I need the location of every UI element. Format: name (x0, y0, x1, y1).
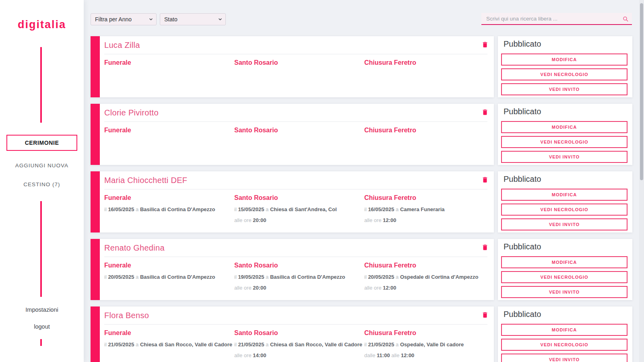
decorative-line (40, 201, 42, 297)
year-filter: Filtra per Anno (91, 13, 157, 25)
event-detail-line: il 19/05/2025 a Basilica di Cortina D'Am… (234, 274, 364, 280)
event-title: Chiusura Feretro (364, 126, 489, 134)
event-column: Chiusura Feretroil 20/05/2025 a Ospedale… (364, 261, 489, 291)
status-label: Pubblicato (504, 39, 541, 49)
ceremony-row: Renato Ghedina Funeraleil 20/05/2025 a B… (91, 239, 632, 300)
status-panel: Pubblicato MODIFICAVEDI NECROLOGIOVEDI I… (498, 104, 632, 165)
card-divider (104, 121, 487, 122)
event-columns: FuneraleSanto RosarioChiusura Feretro (104, 126, 490, 134)
vedi-necrologio-button[interactable]: VEDI NECROLOGIO (501, 68, 627, 80)
event-detail-line: il 21/05/2025 a Chiesa di San Rocco, Val… (234, 341, 364, 348)
event-columns: Funeraleil 20/05/2025 a Basilica di Cort… (104, 261, 490, 291)
delete-button[interactable] (481, 109, 489, 117)
event-title: Santo Rosario (234, 261, 364, 269)
event-columns: Funeraleil 21/05/2025 a Chiesa di San Ro… (104, 329, 490, 359)
sidebar-item-cerimonie[interactable]: CERIMONIE (6, 135, 77, 151)
deceased-name: Flora Benso (104, 311, 149, 320)
sidebar: digitalia CERIMONIE AGGIUNGI NUOVA CESTI… (0, 0, 84, 362)
status-filter: Stato (160, 13, 226, 25)
event-column: Chiusura Feretroil 21/05/2025 a Ospedale… (364, 329, 489, 359)
ceremony-list: Luca Zilla FuneraleSanto RosarioChiusura… (0, 0, 644, 362)
year-filter-select[interactable]: Filtra per Anno (91, 13, 157, 25)
delete-button[interactable] (481, 311, 489, 319)
vedi-invito-button[interactable]: VEDI INVITO (501, 354, 627, 362)
card-divider (104, 324, 487, 325)
card-accent-stripe (91, 104, 100, 165)
delete-button[interactable] (481, 244, 489, 252)
event-column: Chiusura Feretroil 16/05/2025 a Camera F… (364, 194, 489, 224)
event-title: Funerale (104, 194, 234, 202)
card-accent-stripe (91, 36, 100, 97)
vedi-necrologio-button[interactable]: VEDI NECROLOGIO (501, 271, 627, 283)
sidebar-item-label: CERIMONIE (25, 140, 59, 146)
ceremony-row: Flora Benso Funeraleil 21/05/2025 a Chie… (91, 306, 632, 362)
event-title: Funerale (104, 261, 234, 269)
modifica-button[interactable]: MODIFICA (501, 324, 627, 336)
status-panel: Pubblicato MODIFICAVEDI NECROLOGIOVEDI I… (498, 36, 632, 97)
card-accent-stripe (91, 171, 100, 232)
modifica-button[interactable]: MODIFICA (501, 256, 627, 268)
modifica-button[interactable]: MODIFICA (501, 189, 627, 201)
card-divider (104, 189, 487, 189)
event-title: Santo Rosario (234, 126, 364, 134)
trash-icon (481, 41, 489, 48)
card-accent-stripe (91, 239, 100, 300)
event-detail-line: il 21/05/2025 a Ospedale, Valle Di cador… (364, 341, 489, 348)
ceremony-row: Maria Chiocchetti DEF Funeraleil 16/05/2… (91, 171, 632, 232)
event-title: Funerale (104, 126, 234, 134)
sidebar-item-impostazioni[interactable]: Impostazioni (0, 306, 84, 313)
sidebar-item-logout[interactable]: logout (0, 323, 84, 330)
vedi-invito-button[interactable]: VEDI INVITO (501, 286, 627, 298)
event-title: Chiusura Feretro (364, 194, 489, 202)
status-label: Pubblicato (504, 175, 541, 184)
vedi-invito-button[interactable]: VEDI INVITO (501, 151, 627, 163)
delete-button[interactable] (481, 176, 489, 184)
event-title: Chiusura Feretro (364, 329, 489, 337)
ceremony-row: Luca Zilla FuneraleSanto RosarioChiusura… (91, 36, 632, 97)
ceremony-card: Flora Benso Funeraleil 21/05/2025 a Chie… (91, 306, 494, 362)
event-title: Santo Rosario (234, 59, 364, 67)
delete-button[interactable] (481, 41, 489, 49)
status-panel: Pubblicato MODIFICAVEDI NECROLOGIOVEDI I… (498, 171, 632, 232)
event-column: Funeraleil 21/05/2025 a Chiesa di San Ro… (104, 329, 234, 359)
event-detail-line: il 21/05/2025 a Chiesa di San Rocco, Val… (104, 341, 234, 348)
vedi-necrologio-button[interactable]: VEDI NECROLOGIO (501, 136, 627, 148)
trash-icon (481, 109, 489, 116)
event-detail-line: il 15/05/2025 a Chiesa di Sant'Andrea, C… (234, 206, 364, 213)
ceremony-card: Luca Zilla FuneraleSanto RosarioChiusura… (91, 36, 494, 97)
search-bar (481, 13, 632, 25)
event-column: Santo Rosarioil 21/05/2025 a Chiesa di S… (234, 329, 364, 359)
ceremony-row: Clorie Pivirotto FuneraleSanto RosarioCh… (91, 104, 632, 165)
event-column: Santo Rosario (234, 126, 364, 134)
modifica-button[interactable]: MODIFICA (501, 121, 627, 133)
status-filter-select[interactable]: Stato (160, 13, 226, 25)
event-detail-line: alle ore 20:00 (234, 217, 364, 224)
deceased-name: Renato Ghedina (104, 243, 165, 253)
event-detail-line: il 20/05/2025 a Basilica di Cortina D'Am… (104, 274, 234, 280)
search-icon[interactable] (622, 16, 629, 22)
event-column: Santo Rosario (234, 59, 364, 67)
decorative-line (40, 339, 42, 346)
vedi-invito-button[interactable]: VEDI INVITO (501, 218, 627, 230)
scrollbar-thumb[interactable] (640, 3, 643, 180)
modifica-button[interactable]: MODIFICA (501, 53, 627, 66)
deceased-name: Luca Zilla (104, 41, 140, 50)
sidebar-item-aggiungi-nuova[interactable]: AGGIUNGI NUOVA (0, 162, 84, 169)
sidebar-item-cestino[interactable]: CESTINO (7) (0, 181, 84, 187)
search-input[interactable] (481, 13, 632, 25)
vedi-necrologio-button[interactable]: VEDI NECROLOGIO (501, 339, 627, 351)
event-title: Chiusura Feretro (364, 59, 489, 67)
vedi-necrologio-button[interactable]: VEDI NECROLOGIO (501, 204, 627, 216)
brand-logo: digitalia (0, 19, 84, 31)
app-window: Luca Zilla FuneraleSanto RosarioChiusura… (0, 0, 644, 362)
event-detail-line: alle ore 12:00 (364, 285, 489, 291)
status-label: Pubblicato (504, 242, 541, 251)
vedi-invito-button[interactable]: VEDI INVITO (501, 83, 627, 95)
event-column: Chiusura Feretro (364, 126, 489, 134)
ceremony-card: Clorie Pivirotto FuneraleSanto RosarioCh… (91, 104, 494, 165)
status-panel: Pubblicato MODIFICAVEDI NECROLOGIOVEDI I… (498, 239, 632, 300)
event-title: Funerale (104, 59, 234, 67)
status-label: Pubblicato (504, 310, 541, 319)
event-title: Santo Rosario (234, 194, 364, 202)
card-accent-stripe (91, 306, 100, 362)
